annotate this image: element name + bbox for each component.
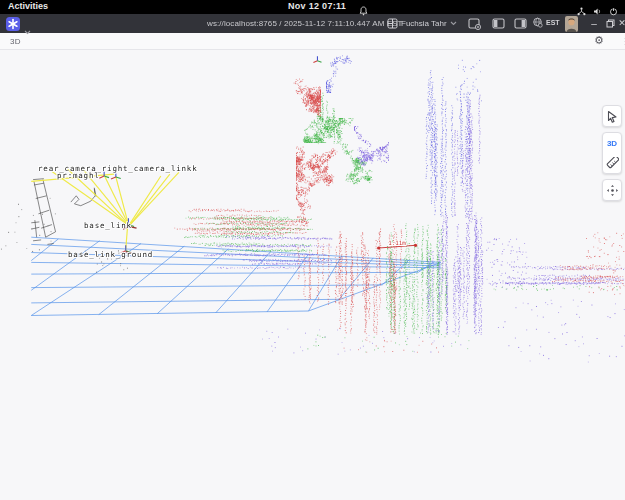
panel-title[interactable]: 3D bbox=[10, 37, 21, 46]
toggle-3d-button[interactable]: 3D bbox=[603, 133, 621, 153]
tf-frame-label: base_link_ground bbox=[68, 250, 153, 259]
timezone-indicator[interactable]: EST bbox=[532, 17, 560, 28]
right-sidebar-toggle-icon[interactable] bbox=[512, 17, 528, 30]
gnome-top-bar: Activities Nov 12 07:11 bbox=[0, 0, 625, 14]
focus-camera-icon bbox=[603, 180, 621, 200]
layouts-icon bbox=[387, 18, 398, 29]
timezone-label: EST bbox=[546, 19, 560, 26]
data-source-label[interactable]: ws://localhost:8765 / 2025-11-12 7:11:10… bbox=[207, 19, 403, 28]
ruler-icon bbox=[606, 157, 619, 170]
3d-viewport[interactable]: 1.11m rear_camera_right_camera_linkkpr:m… bbox=[0, 50, 625, 500]
volume-icon[interactable] bbox=[593, 2, 602, 20]
app-title-bar: ws://localhost:8765 / 2025-11-12 7:11:10… bbox=[0, 14, 625, 33]
activities-button[interactable]: Activities bbox=[8, 1, 48, 11]
3d-tools: 3D bbox=[602, 105, 622, 206]
network-icon[interactable] bbox=[577, 2, 586, 20]
layout-name-label: Fuchsia Tahr bbox=[401, 19, 447, 28]
panel-settings-icon[interactable]: ⚙ bbox=[594, 34, 604, 47]
clock-label[interactable]: Nov 12 07:11 bbox=[288, 1, 346, 11]
pointcloud-canvas bbox=[0, 50, 625, 500]
app-logo-icon[interactable] bbox=[6, 17, 20, 31]
camera-reset-button[interactable] bbox=[602, 179, 622, 201]
cursor-icon bbox=[603, 106, 621, 126]
tf-frame-label: base_link bbox=[84, 221, 132, 230]
view-tools-group: 3D bbox=[602, 132, 622, 174]
left-sidebar-toggle-icon[interactable] bbox=[490, 17, 506, 30]
app-menu-chevron-icon[interactable] bbox=[24, 21, 31, 39]
scene-overlay: 1.11m bbox=[0, 50, 625, 500]
panel-header: 3D ⚙ ⋮ bbox=[0, 33, 625, 50]
power-icon[interactable] bbox=[609, 2, 618, 20]
layout-selector[interactable]: Fuchsia Tahr bbox=[387, 16, 457, 31]
desktop-root: { "desktop_bar": { "activities": "Activi… bbox=[0, 0, 625, 500]
globe-icon bbox=[532, 17, 543, 28]
measure-tool-button[interactable] bbox=[603, 153, 621, 173]
inspect-tool-button[interactable] bbox=[602, 105, 622, 127]
layout-chevron-icon bbox=[450, 21, 457, 26]
tf-frame-label: pr:maghl bbox=[57, 171, 100, 180]
scene-underlay bbox=[0, 50, 625, 500]
add-panel-icon[interactable] bbox=[466, 17, 482, 30]
svg-text:1.11m: 1.11m bbox=[388, 240, 406, 246]
panel-menu-icon[interactable]: ⋮ bbox=[621, 37, 625, 46]
notification-bell-icon bbox=[359, 2, 368, 20]
